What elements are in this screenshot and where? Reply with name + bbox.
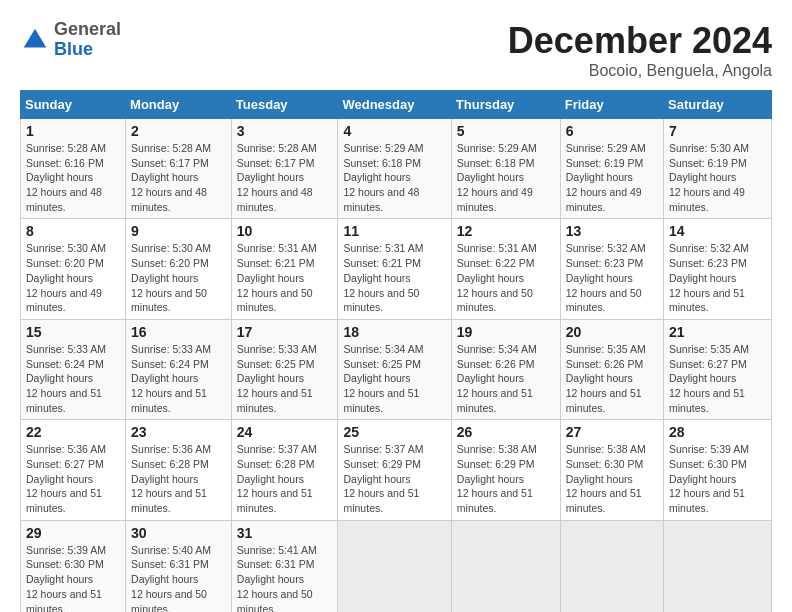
day-cell-18: 18Sunrise: 5:34 AMSunset: 6:25 PMDayligh…: [338, 319, 451, 419]
day-info: Sunrise: 5:38 AMSunset: 6:30 PMDaylight …: [566, 443, 646, 514]
weekday-header-tuesday: Tuesday: [231, 91, 338, 119]
day-number: 26: [457, 424, 555, 440]
day-cell-14: 14Sunrise: 5:32 AMSunset: 6:23 PMDayligh…: [664, 219, 772, 319]
day-number: 6: [566, 123, 658, 139]
day-info: Sunrise: 5:36 AMSunset: 6:27 PMDaylight …: [26, 443, 106, 514]
day-info: Sunrise: 5:31 AMSunset: 6:21 PMDaylight …: [343, 242, 423, 313]
day-number: 21: [669, 324, 766, 340]
day-info: Sunrise: 5:36 AMSunset: 6:28 PMDaylight …: [131, 443, 211, 514]
day-number: 11: [343, 223, 445, 239]
calendar-week-4: 22Sunrise: 5:36 AMSunset: 6:27 PMDayligh…: [21, 420, 772, 520]
calendar-week-1: 1Sunrise: 5:28 AMSunset: 6:16 PMDaylight…: [21, 119, 772, 219]
day-cell-13: 13Sunrise: 5:32 AMSunset: 6:23 PMDayligh…: [560, 219, 663, 319]
day-cell-31: 31Sunrise: 5:41 AMSunset: 6:31 PMDayligh…: [231, 520, 338, 612]
day-number: 23: [131, 424, 226, 440]
day-cell-17: 17Sunrise: 5:33 AMSunset: 6:25 PMDayligh…: [231, 319, 338, 419]
calendar-table: SundayMondayTuesdayWednesdayThursdayFrid…: [20, 90, 772, 612]
month-title: December 2024: [508, 20, 772, 62]
day-cell-6: 6Sunrise: 5:29 AMSunset: 6:19 PMDaylight…: [560, 119, 663, 219]
day-info: Sunrise: 5:35 AMSunset: 6:26 PMDaylight …: [566, 343, 646, 414]
day-info: Sunrise: 5:29 AMSunset: 6:18 PMDaylight …: [343, 142, 423, 213]
weekday-header-monday: Monday: [126, 91, 232, 119]
svg-marker-0: [24, 29, 47, 48]
location: Bocoio, Benguela, Angola: [508, 62, 772, 80]
day-info: Sunrise: 5:28 AMSunset: 6:16 PMDaylight …: [26, 142, 106, 213]
day-number: 4: [343, 123, 445, 139]
day-info: Sunrise: 5:28 AMSunset: 6:17 PMDaylight …: [131, 142, 211, 213]
empty-cell: [560, 520, 663, 612]
day-info: Sunrise: 5:30 AMSunset: 6:20 PMDaylight …: [131, 242, 211, 313]
page-header: General Blue December 2024 Bocoio, Bengu…: [20, 20, 772, 80]
day-info: Sunrise: 5:30 AMSunset: 6:19 PMDaylight …: [669, 142, 749, 213]
day-number: 3: [237, 123, 333, 139]
day-cell-30: 30Sunrise: 5:40 AMSunset: 6:31 PMDayligh…: [126, 520, 232, 612]
day-info: Sunrise: 5:30 AMSunset: 6:20 PMDaylight …: [26, 242, 106, 313]
day-cell-10: 10Sunrise: 5:31 AMSunset: 6:21 PMDayligh…: [231, 219, 338, 319]
day-cell-23: 23Sunrise: 5:36 AMSunset: 6:28 PMDayligh…: [126, 420, 232, 520]
day-number: 5: [457, 123, 555, 139]
day-number: 19: [457, 324, 555, 340]
day-cell-12: 12Sunrise: 5:31 AMSunset: 6:22 PMDayligh…: [451, 219, 560, 319]
day-info: Sunrise: 5:38 AMSunset: 6:29 PMDaylight …: [457, 443, 537, 514]
day-cell-2: 2Sunrise: 5:28 AMSunset: 6:17 PMDaylight…: [126, 119, 232, 219]
logo-general: General: [54, 19, 121, 39]
day-cell-11: 11Sunrise: 5:31 AMSunset: 6:21 PMDayligh…: [338, 219, 451, 319]
day-number: 16: [131, 324, 226, 340]
day-number: 8: [26, 223, 120, 239]
day-cell-28: 28Sunrise: 5:39 AMSunset: 6:30 PMDayligh…: [664, 420, 772, 520]
day-cell-4: 4Sunrise: 5:29 AMSunset: 6:18 PMDaylight…: [338, 119, 451, 219]
day-info: Sunrise: 5:40 AMSunset: 6:31 PMDaylight …: [131, 544, 211, 612]
day-number: 13: [566, 223, 658, 239]
day-cell-15: 15Sunrise: 5:33 AMSunset: 6:24 PMDayligh…: [21, 319, 126, 419]
logo-text: General Blue: [54, 20, 121, 60]
day-info: Sunrise: 5:28 AMSunset: 6:17 PMDaylight …: [237, 142, 317, 213]
calendar-week-5: 29Sunrise: 5:39 AMSunset: 6:30 PMDayligh…: [21, 520, 772, 612]
day-info: Sunrise: 5:33 AMSunset: 6:24 PMDaylight …: [131, 343, 211, 414]
day-cell-29: 29Sunrise: 5:39 AMSunset: 6:30 PMDayligh…: [21, 520, 126, 612]
logo-blue: Blue: [54, 39, 93, 59]
weekday-header-wednesday: Wednesday: [338, 91, 451, 119]
day-cell-27: 27Sunrise: 5:38 AMSunset: 6:30 PMDayligh…: [560, 420, 663, 520]
day-info: Sunrise: 5:34 AMSunset: 6:26 PMDaylight …: [457, 343, 537, 414]
day-info: Sunrise: 5:32 AMSunset: 6:23 PMDaylight …: [566, 242, 646, 313]
weekday-header-thursday: Thursday: [451, 91, 560, 119]
logo: General Blue: [20, 20, 121, 60]
calendar-week-2: 8Sunrise: 5:30 AMSunset: 6:20 PMDaylight…: [21, 219, 772, 319]
day-number: 29: [26, 525, 120, 541]
day-info: Sunrise: 5:34 AMSunset: 6:25 PMDaylight …: [343, 343, 423, 414]
day-cell-22: 22Sunrise: 5:36 AMSunset: 6:27 PMDayligh…: [21, 420, 126, 520]
day-cell-9: 9Sunrise: 5:30 AMSunset: 6:20 PMDaylight…: [126, 219, 232, 319]
day-info: Sunrise: 5:39 AMSunset: 6:30 PMDaylight …: [669, 443, 749, 514]
day-cell-20: 20Sunrise: 5:35 AMSunset: 6:26 PMDayligh…: [560, 319, 663, 419]
day-info: Sunrise: 5:29 AMSunset: 6:19 PMDaylight …: [566, 142, 646, 213]
day-cell-16: 16Sunrise: 5:33 AMSunset: 6:24 PMDayligh…: [126, 319, 232, 419]
day-number: 18: [343, 324, 445, 340]
day-number: 22: [26, 424, 120, 440]
day-cell-7: 7Sunrise: 5:30 AMSunset: 6:19 PMDaylight…: [664, 119, 772, 219]
day-info: Sunrise: 5:41 AMSunset: 6:31 PMDaylight …: [237, 544, 317, 612]
empty-cell: [338, 520, 451, 612]
day-number: 1: [26, 123, 120, 139]
day-info: Sunrise: 5:33 AMSunset: 6:24 PMDaylight …: [26, 343, 106, 414]
day-number: 17: [237, 324, 333, 340]
day-cell-8: 8Sunrise: 5:30 AMSunset: 6:20 PMDaylight…: [21, 219, 126, 319]
day-info: Sunrise: 5:37 AMSunset: 6:29 PMDaylight …: [343, 443, 423, 514]
day-number: 20: [566, 324, 658, 340]
day-cell-25: 25Sunrise: 5:37 AMSunset: 6:29 PMDayligh…: [338, 420, 451, 520]
empty-cell: [664, 520, 772, 612]
day-number: 31: [237, 525, 333, 541]
day-info: Sunrise: 5:39 AMSunset: 6:30 PMDaylight …: [26, 544, 106, 612]
day-cell-21: 21Sunrise: 5:35 AMSunset: 6:27 PMDayligh…: [664, 319, 772, 419]
weekday-header-saturday: Saturday: [664, 91, 772, 119]
day-info: Sunrise: 5:37 AMSunset: 6:28 PMDaylight …: [237, 443, 317, 514]
calendar-header-row: SundayMondayTuesdayWednesdayThursdayFrid…: [21, 91, 772, 119]
calendar-week-3: 15Sunrise: 5:33 AMSunset: 6:24 PMDayligh…: [21, 319, 772, 419]
weekday-header-friday: Friday: [560, 91, 663, 119]
day-number: 7: [669, 123, 766, 139]
day-info: Sunrise: 5:29 AMSunset: 6:18 PMDaylight …: [457, 142, 537, 213]
day-info: Sunrise: 5:35 AMSunset: 6:27 PMDaylight …: [669, 343, 749, 414]
day-number: 12: [457, 223, 555, 239]
day-number: 2: [131, 123, 226, 139]
day-number: 9: [131, 223, 226, 239]
logo-icon: [20, 25, 50, 55]
